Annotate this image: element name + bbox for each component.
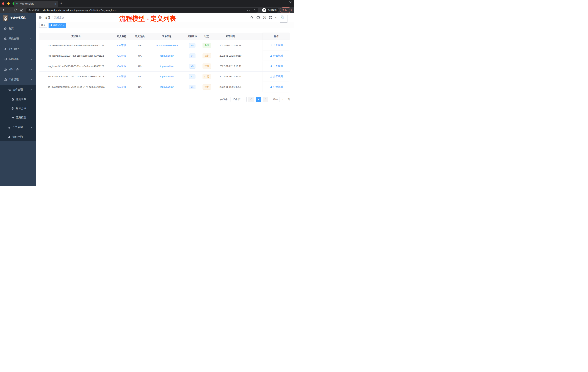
tag-tab-process-definition[interactable]: 流程定义 × — [49, 23, 66, 28]
bookmark-star-icon[interactable] — [253, 9, 256, 12]
definition-name-link[interactable]: OA 请假 — [117, 44, 126, 47]
page-number-button[interactable]: 1 — [256, 97, 261, 102]
url-domain[interactable]: dashboard.yudao.iocoder.cn — [43, 9, 74, 11]
warning-triangle-icon — [28, 9, 31, 11]
window-controls[interactable] — [2, 2, 15, 5]
browser-tab[interactable]: 芋道管理系统 × — [14, 1, 58, 7]
sidebar-item-task-mgmt[interactable]: 任务管理 — [0, 122, 36, 132]
col-header-status: 状态 — [200, 33, 214, 40]
version-chip[interactable]: v2 — [189, 74, 195, 79]
version-chip[interactable]: v3 — [189, 64, 195, 69]
browser-update-button[interactable]: 更新 — [280, 8, 292, 13]
assign-rule-button[interactable]: 分配规则 — [270, 65, 283, 68]
pagination: 共 5 条 10条/页 1 前往 页 — [220, 97, 290, 102]
main-content: 定义编号 定义名称 定义分类 表单信息 流程版本 状态 部署时间 操作 oa_l… — [36, 28, 294, 186]
form-link[interactable]: /bpm/oa/flow — [160, 86, 174, 88]
paper-plane-icon — [11, 116, 14, 119]
new-tab-button[interactable]: + — [60, 1, 62, 5]
sidebar-item-workflow[interactable]: 工作流程 — [0, 75, 36, 85]
fullscreen-icon[interactable] — [269, 16, 272, 19]
browser-menu-icon[interactable] — [289, 9, 290, 11]
sidebar-fold-icon[interactable] — [39, 16, 42, 19]
back-icon[interactable] — [2, 8, 6, 12]
sidebar-item-devtools[interactable]: 研发工具 — [0, 64, 36, 75]
update-label[interactable]: 更新 — [282, 9, 287, 12]
home-icon[interactable] — [20, 8, 24, 12]
sidebar-item-process-model[interactable]: 流程模型 — [0, 113, 36, 122]
sidebar-item-infrastructure[interactable]: 基础设施 — [0, 54, 36, 64]
user-icon — [8, 135, 11, 138]
github-icon[interactable] — [257, 16, 260, 19]
form-link[interactable]: /bpm/oa/flow — [160, 65, 174, 67]
font-size-icon[interactable]: тT — [275, 16, 278, 19]
key-icon[interactable] — [247, 9, 250, 12]
sidebar-item-process-form[interactable]: 流程表单 — [0, 95, 36, 104]
cell-id: oa_leave:1:482ec033-762a-11ec-8477-a2380… — [40, 82, 113, 92]
forward-icon[interactable] — [8, 8, 12, 12]
action-label: 分配规则 — [273, 44, 283, 47]
sidebar-item-label: 流程管理 — [12, 88, 23, 91]
chevron-up-icon — [30, 79, 32, 80]
sidebar-item-label: 流程表单 — [16, 98, 26, 101]
form-link[interactable]: /bpm/oa/leave/create — [156, 44, 178, 47]
definition-table: 定义编号 定义名称 定义分类 表单信息 流程版本 状态 部署时间 操作 oa_l… — [40, 33, 290, 92]
gear-icon — [4, 37, 7, 40]
sidebar-item-leave-query[interactable]: 请假查询 — [0, 132, 36, 142]
version-chip[interactable]: v4 — [189, 54, 195, 58]
sidebar-item-process-mgmt[interactable]: 流程管理 — [0, 85, 36, 95]
document-edit-icon — [11, 98, 14, 101]
assign-rule-button[interactable]: 分配规则 — [270, 44, 283, 47]
sidebar-item-home[interactable]: 首页 — [0, 23, 36, 34]
definition-name-link[interactable]: OA 请假 — [117, 75, 126, 78]
browser-tabstrip: 芋道管理系统 × + — [0, 0, 294, 7]
col-header-category: 定义分类 — [131, 33, 149, 40]
logo-row[interactable]: 芋道管理系统 — [0, 13, 36, 22]
assign-rule-button[interactable]: 分配规则 — [270, 85, 283, 88]
sidebar-item-payment[interactable]: ¥ 支付管理 — [0, 44, 36, 54]
assign-rule-button[interactable]: 分配规则 — [270, 75, 283, 78]
page-size-select[interactable]: 10条/页 — [231, 97, 247, 102]
tab-search-chevron-icon[interactable] — [289, 1, 292, 3]
chevron-down-icon — [30, 38, 32, 40]
workflow-submenu: 流程管理 流程表单 用户分组 流程模型 — [0, 85, 36, 142]
tag-close-icon[interactable]: × — [63, 24, 64, 26]
logo-avatar — [3, 15, 8, 21]
search-icon[interactable] — [250, 16, 253, 19]
cell-deploy-time: 2022-01-16 17:46:53 — [214, 71, 247, 82]
version-chip[interactable]: v1 — [189, 85, 195, 89]
sidebar-item-label: 基础设施 — [9, 57, 19, 61]
breadcrumb-home[interactable]: 首页 — [45, 16, 50, 19]
close-window-button[interactable] — [2, 2, 4, 5]
minimize-window-button[interactable] — [7, 2, 10, 5]
url-path[interactable]: /bpm/manager/definition?key=oa_leave — [74, 9, 117, 11]
svg-text:?: ? — [264, 16, 265, 18]
version-chip[interactable]: v5 — [189, 43, 195, 48]
cell-deploy-time: 2022-01-22 19:19:11 — [214, 61, 247, 71]
avatar[interactable] — [280, 15, 287, 22]
sidebar-item-user-group[interactable]: 用户分组 — [0, 104, 36, 113]
sidebar-item-label: 系统管理 — [9, 37, 19, 40]
sidebar-item-system[interactable]: 系统管理 — [0, 34, 36, 44]
url-bar[interactable]: 不安全 dashboard.yudao.iocoder.cn/bpm/manag… — [26, 8, 258, 12]
form-link[interactable]: /bpm/oa/flow — [160, 75, 174, 78]
form-link[interactable]: /bpm/oa/flow — [160, 55, 174, 57]
definition-name-link[interactable]: OA 请假 — [117, 65, 126, 67]
definition-name-link[interactable]: OA 请假 — [117, 55, 126, 57]
avatar-caret-icon[interactable]: ▾ — [289, 19, 290, 21]
reload-icon[interactable] — [14, 8, 18, 12]
status-badge: 激活 — [202, 43, 211, 48]
prev-page-button[interactable] — [248, 97, 254, 102]
tag-tab-home[interactable]: 首页 — [39, 23, 47, 28]
table-row: oa_leave:2:3c1f0ef1-76b1-11ec-9c66-a2380… — [40, 71, 290, 82]
status-badge: 挂起 — [202, 53, 211, 58]
page-size-value: 10条/页 — [232, 98, 241, 101]
help-icon[interactable]: ? — [263, 16, 266, 19]
tab-close-icon[interactable]: × — [54, 2, 56, 5]
security-label[interactable]: 不安全 — [32, 9, 39, 12]
header-icons: ? тT — [250, 16, 278, 19]
cell-id: oa_leave:4:991f2193-7b7f-11ec-a3c8-acde4… — [40, 51, 113, 61]
definition-name-link[interactable]: OA 请假 — [117, 86, 126, 88]
assign-rule-button[interactable]: 分配规则 — [270, 54, 283, 57]
goto-page-input[interactable] — [279, 97, 286, 102]
next-page-button[interactable] — [263, 97, 268, 102]
